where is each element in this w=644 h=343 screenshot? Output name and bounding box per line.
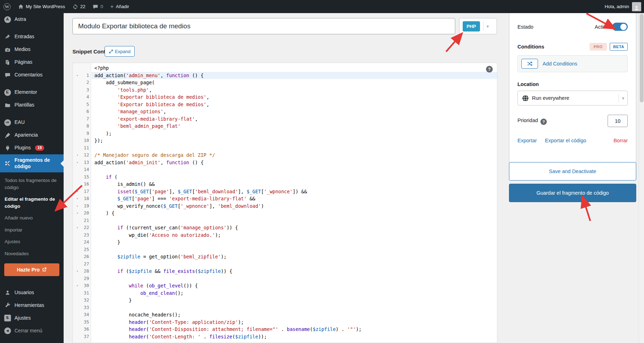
conditions-shuffle-button[interactable] <box>521 59 538 69</box>
priority-input[interactable] <box>608 115 628 127</box>
code-line[interactable]: ); <box>92 130 497 137</box>
sidebar-item-medios[interactable]: Medios <box>0 43 64 56</box>
scrollbar-thumb[interactable] <box>640 14 644 102</box>
add-conditions-link[interactable]: Add Conditions <box>543 61 577 67</box>
code-line[interactable] <box>92 304 497 311</box>
code-line[interactable]: add_action('admin_init', function () { <box>92 159 497 166</box>
expand-editor-button[interactable]: ⤢ Expand <box>105 46 135 57</box>
submenu-item-novedades[interactable]: Novedades <box>0 248 64 260</box>
sidebar-item-cerrar-menu[interactable]: ◀Cerrar menú <box>0 325 64 337</box>
fold-arrow-icon[interactable]: ▾ <box>73 224 82 231</box>
comments-link[interactable]: 0 <box>89 0 106 13</box>
sidebar-item-elementor[interactable]: EElementor <box>0 86 64 99</box>
page-scrollbar[interactable] <box>639 13 644 343</box>
snippet-type-select[interactable]: PHP ▾ <box>459 18 497 34</box>
snippet-title-input[interactable] <box>72 18 455 34</box>
code-line[interactable] <box>92 166 497 173</box>
code-line[interactable]: 'beml_admin_page_flat' <box>92 122 497 130</box>
code-line[interactable]: ob_end_clean(); <box>92 290 497 297</box>
code-line[interactable]: <?php <box>92 64 497 72</box>
code-line[interactable]: nocache_headers(); <box>92 311 497 319</box>
sidebar-item-entradas[interactable]: Entradas <box>0 30 64 43</box>
fold-arrow-icon[interactable]: ▾ <box>73 210 82 217</box>
code-line[interactable] <box>92 275 497 282</box>
code-line[interactable]: header('Content-Length: ' . filesize($zi… <box>92 333 497 341</box>
submenu-item-editar-el-fragmento-de-codigo[interactable]: Editar el fragmento de código <box>0 193 64 212</box>
sidebar-item-apariencia[interactable]: Apariencia <box>0 129 64 142</box>
fold-arrow-icon[interactable]: ▾ <box>73 159 82 166</box>
code-line[interactable]: $zipfile = get_option('beml_zipfile'); <box>92 253 497 261</box>
code-line[interactable]: if (!current_user_can('manage_options'))… <box>92 224 497 231</box>
code-line[interactable]: 'export-media-library-flat', <box>92 115 497 123</box>
priority-help-icon[interactable]: ? <box>540 119 547 125</box>
submenu-item-anadir-nuevo[interactable]: Añadir nuevo <box>0 212 64 224</box>
wordpress-menu[interactable]: W <box>0 0 14 13</box>
comments-icon <box>4 72 11 79</box>
sidebar-item-astra[interactable]: AAstra <box>0 13 64 26</box>
fold-arrow-icon[interactable]: ▾ <box>73 188 82 195</box>
upgrade-pro-button[interactable]: Hazte Pro <box>4 263 59 276</box>
location-select[interactable]: Run everywhere ▾ <box>517 91 628 105</box>
code-line[interactable]: 'manage_options', <box>92 108 497 115</box>
code-line[interactable]: wp_verify_nonce($_GET['_wpnonce'], 'beml… <box>92 202 497 210</box>
export-link[interactable]: Exportar <box>517 138 537 143</box>
code-line[interactable]: ) { <box>92 210 497 217</box>
code-line[interactable] <box>92 261 497 268</box>
code-line[interactable] <box>92 144 497 152</box>
code-line[interactable]: } <box>92 239 497 246</box>
save-and-deactivate-button[interactable]: Save and Deactivate <box>509 162 636 181</box>
sidebar-item-plantillas[interactable]: Plantillas <box>0 99 64 112</box>
account-greeting[interactable]: Hola, admin <box>605 4 629 9</box>
code-line[interactable]: wp_die('Acceso no autorizado.'); <box>92 231 497 239</box>
code-line[interactable]: $_GET['page'] === 'export-media-library-… <box>92 195 497 202</box>
sidebar-item-paginas[interactable]: Páginas <box>0 56 64 69</box>
code-line[interactable]: /* Manejador seguro de descarga del ZIP … <box>92 152 497 159</box>
export-code-link[interactable]: Exportar el código <box>545 138 586 143</box>
code-line[interactable]: }); <box>92 137 497 144</box>
site-name-link[interactable]: My Site WordPress <box>14 0 69 13</box>
submenu-item-ajustes[interactable]: Ajustes <box>0 236 64 248</box>
code-line[interactable]: is_admin() && <box>92 181 497 188</box>
code-line[interactable]: isset($_GET['page'], $_GET['beml_downloa… <box>92 188 497 195</box>
sidebar-item-ajustes[interactable]: ⇅Ajustes <box>0 312 64 325</box>
submenu-item-todos-los-fragmentos-de-codigo[interactable]: Todos los fragmentos de código <box>0 175 64 193</box>
sidebar-item-plugins[interactable]: Plugins19 <box>0 142 64 154</box>
expand-label: Expand <box>115 49 130 54</box>
sidebar-item-usuarios[interactable]: Usuarios <box>0 286 64 299</box>
code-line[interactable] <box>92 217 497 224</box>
line-number: 36 <box>82 326 89 333</box>
code-editor-row: ▾19 wp_verify_nonce($_GET['_wpnonce'], '… <box>73 202 497 210</box>
avatar[interactable] <box>632 2 641 11</box>
code-line[interactable]: while (ob_get_level()) { <box>92 282 497 290</box>
code-line[interactable]: if ( <box>92 173 497 181</box>
code-line[interactable]: 'Exportar biblioteca de medios', <box>92 101 497 108</box>
fold-arrow-icon[interactable]: ▾ <box>73 72 82 79</box>
save-snippet-button[interactable]: Guardar el fragmento de código <box>509 184 636 202</box>
code-line[interactable] <box>92 246 497 253</box>
sidebar-item-eau[interactable]: UEEAU <box>0 116 64 129</box>
fold-arrow-icon[interactable]: ▾ <box>73 195 82 202</box>
fold-arrow-icon[interactable]: ▾ <box>73 152 82 159</box>
code-line[interactable]: if ($zipfile && file_exists($zipfile)) { <box>92 268 497 275</box>
new-content-link[interactable]: + Añadir <box>107 0 133 13</box>
active-toggle[interactable] <box>612 23 628 31</box>
sidebar-item-fragmentos-de-codigo[interactable]: Fragmentos de código <box>0 154 64 172</box>
code-line[interactable]: } <box>92 297 497 304</box>
code-line[interactable]: 'Exportar biblioteca de medios', <box>92 93 497 101</box>
code-line[interactable]: header('Content-Type: application/zip'); <box>92 319 497 326</box>
code-editor[interactable]: ? <?php▾1add_action('admin_menu', functi… <box>72 63 497 343</box>
delete-link[interactable]: Borrar <box>614 138 628 143</box>
code-editor-row: 27 <box>73 261 497 268</box>
code-line[interactable]: add_action('admin_menu', function () { <box>92 72 497 79</box>
fold-arrow-icon[interactable]: ▾ <box>73 282 82 290</box>
fold-arrow-icon[interactable]: ▾ <box>73 268 82 275</box>
fold-arrow-icon[interactable]: ▾ <box>73 202 82 210</box>
code-line[interactable]: header('Content-Disposition: attachment;… <box>92 326 497 333</box>
editor-help-icon[interactable]: ? <box>486 66 493 73</box>
updates-link[interactable]: 22 <box>69 0 89 13</box>
code-line[interactable]: 'tools.php', <box>92 86 497 94</box>
sidebar-item-herramientas[interactable]: Herramientas <box>0 299 64 312</box>
code-line[interactable]: add_submenu_page( <box>92 79 497 86</box>
submenu-item-importar[interactable]: Importar <box>0 224 64 236</box>
sidebar-item-comentarios[interactable]: Comentarios <box>0 69 64 81</box>
